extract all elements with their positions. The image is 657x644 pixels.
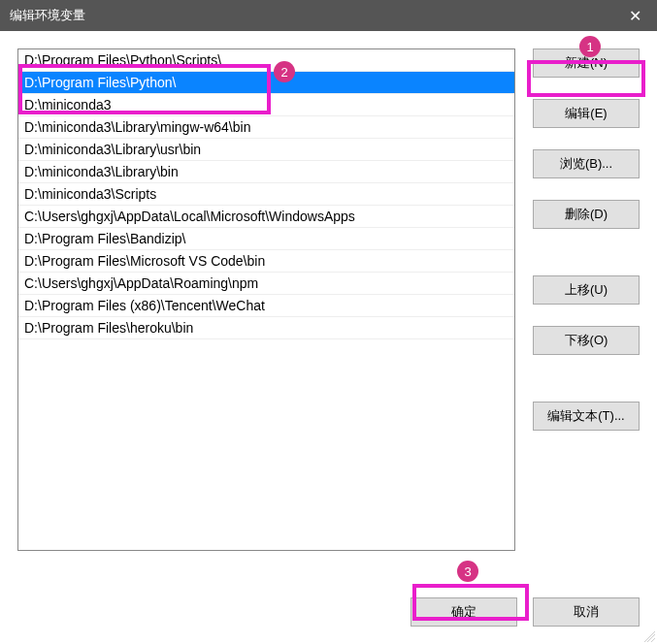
list-item[interactable]: D:\miniconda3\Library\mingw-w64\bin bbox=[18, 116, 514, 139]
list-item[interactable]: D:\miniconda3\Scripts bbox=[18, 183, 514, 206]
move-down-button[interactable]: 下移(O) bbox=[533, 326, 640, 355]
content-area: D:\Program Files\Python\Scripts\D:\Progr… bbox=[0, 31, 657, 644]
edit-button[interactable]: 编辑(E) bbox=[533, 99, 640, 128]
list-item[interactable]: D:\Program Files\Microsoft VS Code\bin bbox=[18, 250, 514, 273]
list-item[interactable]: D:\miniconda3 bbox=[18, 94, 514, 116]
titlebar: 编辑环境变量 ✕ bbox=[0, 0, 657, 31]
resize-grip-icon[interactable] bbox=[641, 628, 655, 642]
delete-button[interactable]: 删除(D) bbox=[533, 200, 640, 229]
move-up-button[interactable]: 上移(U) bbox=[533, 275, 640, 305]
path-listbox[interactable]: D:\Program Files\Python\Scripts\D:\Progr… bbox=[17, 48, 515, 551]
edit-text-button[interactable]: 编辑文本(T)... bbox=[533, 402, 640, 431]
list-item[interactable]: D:\Program Files\Python\ bbox=[18, 72, 514, 94]
list-item[interactable]: D:\Program Files\heroku\bin bbox=[18, 317, 514, 339]
browse-button[interactable]: 浏览(B)... bbox=[533, 149, 640, 178]
list-item[interactable]: D:\Program Files (x86)\Tencent\WeChat bbox=[18, 295, 514, 317]
cancel-button[interactable]: 取消 bbox=[533, 597, 640, 627]
list-item[interactable]: D:\miniconda3\Library\usr\bin bbox=[18, 139, 514, 161]
new-button[interactable]: 新建(N) bbox=[533, 48, 640, 78]
list-item[interactable]: D:\Program Files\Bandizip\ bbox=[18, 228, 514, 250]
dialog-footer: 确定 取消 bbox=[411, 597, 640, 627]
window-title: 编辑环境变量 bbox=[10, 7, 85, 24]
button-column: 新建(N) 编辑(E) 浏览(B)... 删除(D) 上移(U) 下移(O) 编… bbox=[533, 48, 640, 627]
list-item[interactable]: C:\Users\ghgxj\AppData\Local\Microsoft\W… bbox=[18, 206, 514, 228]
list-item[interactable]: D:\Program Files\Python\Scripts\ bbox=[18, 49, 514, 72]
list-item[interactable]: D:\miniconda3\Library\bin bbox=[18, 161, 514, 183]
close-button[interactable]: ✕ bbox=[612, 0, 657, 31]
close-icon: ✕ bbox=[629, 7, 641, 25]
list-item[interactable]: C:\Users\ghgxj\AppData\Roaming\npm bbox=[18, 273, 514, 295]
ok-button[interactable]: 确定 bbox=[411, 597, 517, 627]
